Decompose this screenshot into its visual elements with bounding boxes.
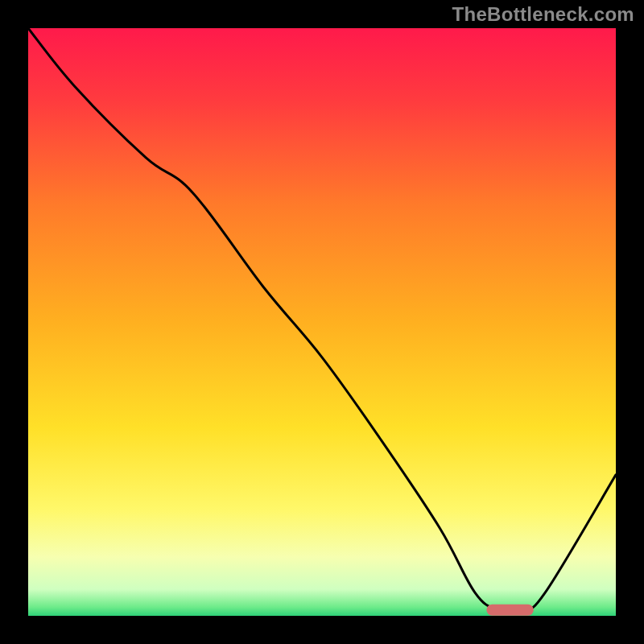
gradient-background — [28, 28, 616, 616]
watermark-label: TheBottleneck.com — [452, 3, 634, 26]
chart-svg — [28, 28, 616, 616]
plot-area — [28, 28, 616, 616]
chart-container: TheBottleneck.com — [0, 0, 644, 644]
optimum-marker — [486, 605, 533, 616]
